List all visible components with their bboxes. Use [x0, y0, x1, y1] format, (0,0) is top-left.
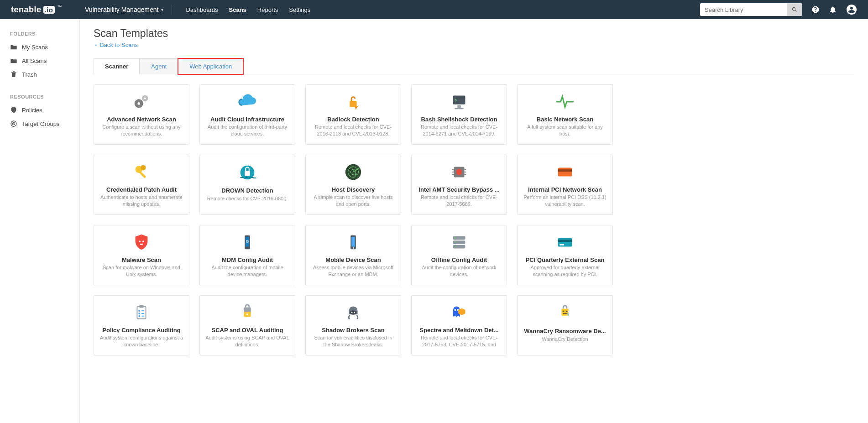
icon [10, 106, 17, 114]
template-card[interactable]: Shadow Brokers ScanScan for vulnerabilit… [305, 295, 401, 355]
mobile-icon [342, 232, 364, 253]
template-card[interactable]: Badlock DetectionRemote and local checks… [305, 84, 401, 145]
template-card[interactable]: Spectre and Meltdown Det...Remote and lo… [411, 295, 507, 355]
svg-rect-14 [139, 171, 146, 178]
svg-point-45 [455, 246, 456, 247]
spectre-icon [448, 302, 470, 323]
sidebar-label-resources: RESOURCES [0, 90, 79, 103]
svg-point-51 [138, 310, 140, 312]
svg-rect-8 [350, 101, 356, 107]
gears-icon [131, 91, 152, 112]
template-title: Malware Scan [99, 256, 183, 263]
template-title: SCAP and OVAL Auditing [205, 327, 289, 333]
tab-agent[interactable]: Agent [140, 58, 178, 74]
mdm-icon [236, 232, 258, 253]
template-card[interactable]: Malware ScanScan for malware on Windows … [94, 225, 189, 285]
divider [172, 5, 172, 15]
svg-point-66 [563, 310, 564, 312]
template-card[interactable]: WannaCry Ransomware De...WannaCry Detect… [517, 295, 613, 355]
template-desc: Scan for vulnerabilities disclosed in th… [311, 334, 395, 348]
sidebar-item-all-scans[interactable]: All Scans [0, 54, 79, 68]
template-desc: Audit systems using SCAP and OVAL defini… [205, 334, 289, 348]
template-card[interactable]: Policy Compliance AuditingAudit system c… [94, 295, 189, 355]
svg-point-52 [138, 313, 140, 314]
template-grid: Advanced Network ScanConfigure a scan wi… [94, 84, 854, 355]
svg-rect-48 [560, 244, 565, 245]
template-card[interactable]: Credentialed Patch AuditAuthenticate to … [94, 155, 189, 215]
sidebar-label-folders: FOLDERS [0, 27, 79, 40]
nav-settings[interactable]: Settings [289, 6, 310, 13]
template-card[interactable]: Offline Config AuditAudit the configurat… [411, 225, 507, 285]
template-card[interactable]: $_Bash Shellshock DetectionRemote and lo… [411, 84, 507, 145]
tm: ™ [58, 5, 63, 10]
template-title: Bash Shellshock Detection [417, 116, 501, 122]
svg-point-7 [144, 97, 146, 99]
cloud-icon [236, 91, 258, 112]
card-icon [554, 162, 576, 183]
template-desc: WannaCry Detection [542, 336, 588, 343]
template-title: Mobile Device Scan [311, 256, 395, 263]
shield-skull-icon [131, 232, 152, 253]
template-desc: A full system scan suitable for any host… [523, 124, 607, 137]
product-switcher[interactable]: Vulnerability Management ▾ [85, 6, 163, 13]
search-input[interactable] [700, 3, 787, 16]
template-title: MDM Config Audit [205, 256, 289, 263]
template-card[interactable]: Advanced Network ScanConfigure a scan wi… [94, 84, 189, 145]
nav-reports[interactable]: Reports [257, 6, 278, 13]
template-desc: Remote checks for CVE-2016-0800. [207, 195, 288, 202]
template-card[interactable]: Audit Cloud InfrastructureAudit the conf… [199, 84, 295, 145]
template-title: Badlock Detection [311, 116, 395, 122]
svg-point-67 [566, 310, 567, 312]
tab-scanner[interactable]: Scanner [94, 58, 140, 74]
folder-icon [10, 71, 17, 78]
svg-rect-47 [558, 240, 572, 242]
bell-icon[interactable] [829, 5, 837, 14]
page: FOLDERS My ScansAll ScansTrash RESOURCES… [0, 19, 868, 423]
tab-web-application[interactable]: Web Application [178, 58, 243, 74]
svg-point-44 [455, 241, 456, 243]
template-card[interactable]: SCAP and OVAL AuditingAudit systems usin… [199, 295, 295, 355]
template-title: Spectre and Meltdown Det... [417, 327, 501, 333]
sidebar-item-policies[interactable]: Policies [0, 103, 79, 117]
svg-rect-65 [561, 308, 568, 315]
wannacry-icon [554, 302, 576, 324]
nav-dashboards[interactable]: Dashboards [186, 6, 218, 13]
template-card[interactable]: DROWN DetectionRemote checks for CVE-201… [199, 155, 295, 215]
template-card[interactable]: PCI Quarterly External ScanApproved for … [517, 225, 613, 285]
template-card[interactable]: Intel AMT Security Bypass ...Remote and … [411, 155, 507, 215]
template-desc: Remote and local checks for CVE-2017-575… [417, 334, 501, 348]
drown-icon [236, 162, 258, 183]
template-desc: Audit the configuration of network devic… [417, 264, 501, 277]
content: Scan Templates Back to Scans ScannerAgen… [80, 19, 868, 423]
template-card[interactable]: Internal PCI Network ScanPerform an inte… [517, 155, 613, 215]
help-icon[interactable] [811, 5, 820, 14]
sidebar-item-target-groups[interactable]: Target Groups [0, 117, 79, 131]
svg-point-59 [246, 313, 248, 315]
search-button[interactable] [787, 3, 802, 16]
nav-links: DashboardsScansReportsSettings [186, 6, 310, 13]
search [700, 3, 802, 16]
template-card[interactable]: Mobile Device ScanAssess mobile devices … [305, 225, 401, 285]
hacker-icon [342, 302, 364, 323]
template-card[interactable]: Basic Network ScanA full system scan sui… [517, 84, 613, 145]
template-desc: Audit the configuration of third-party c… [205, 124, 289, 137]
badlock-icon [342, 91, 364, 112]
nav-scans[interactable]: Scans [229, 6, 246, 13]
back-link[interactable]: Back to Scans [94, 42, 138, 48]
logo[interactable]: tenable.io™ [11, 5, 62, 15]
page-title: Scan Templates [94, 27, 854, 40]
user-icon[interactable] [846, 4, 857, 15]
svg-point-31 [139, 240, 141, 242]
svg-point-5 [137, 102, 140, 105]
sidebar-item-my-scans[interactable]: My Scans [0, 40, 79, 54]
folder-icon [10, 57, 17, 64]
tabs: ScannerAgentWeb Application [94, 58, 854, 74]
template-title: Intel AMT Security Bypass ... [417, 186, 501, 193]
template-card[interactable]: Host DiscoveryA simple scan to discover … [305, 155, 401, 215]
template-title: Basic Network Scan [523, 116, 607, 122]
template-desc: Scan for malware on Windows and Unix sys… [99, 264, 183, 277]
chevron-left-icon [94, 43, 98, 47]
sidebar-item-trash[interactable]: Trash [0, 68, 79, 81]
template-card[interactable]: MDM Config AuditAudit the configuration … [199, 225, 295, 285]
svg-rect-33 [140, 243, 143, 245]
